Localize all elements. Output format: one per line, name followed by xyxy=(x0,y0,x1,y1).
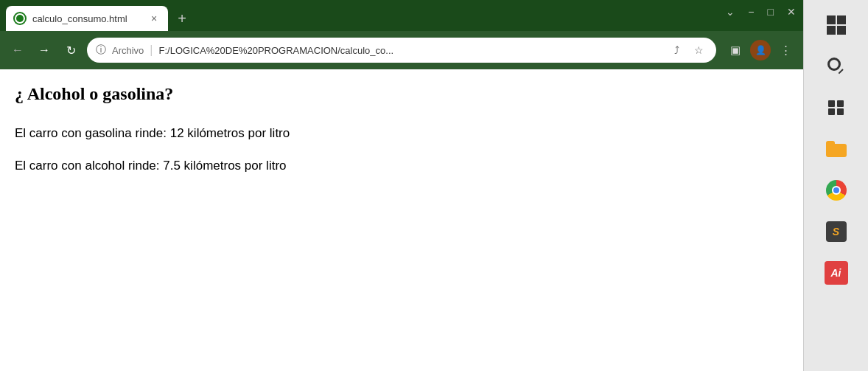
ai-button[interactable]: Ai xyxy=(819,255,854,291)
tab-favicon xyxy=(13,12,27,25)
close-button[interactable]: ✕ xyxy=(787,6,796,18)
sublime-text-button[interactable]: S xyxy=(819,214,854,249)
minimize-button[interactable]: − xyxy=(748,6,754,18)
url-bar[interactable]: ⓘ Archivo | F:/LOGICA%20DE%20PROGRAMACIO… xyxy=(87,38,716,63)
file-explorer-icon xyxy=(826,141,847,157)
source-label: Archivo xyxy=(112,45,144,56)
gasolina-paragraph: El carro con gasolina rinde: 12 kilómetr… xyxy=(15,126,788,141)
new-tab-button[interactable]: + xyxy=(171,7,193,30)
sidebar-toggle-icon[interactable]: ▣ xyxy=(725,40,746,60)
search-icon xyxy=(827,58,845,75)
tab-bar: calculo_consumo.html × + ⌄ − □ ✕ xyxy=(0,0,803,31)
windows-logo-icon xyxy=(827,15,846,35)
tab-close-button[interactable]: × xyxy=(147,12,161,25)
maximize-button[interactable]: □ xyxy=(768,6,774,18)
window-controls: ⌄ − □ ✕ xyxy=(726,6,796,18)
task-view-icon xyxy=(828,100,844,115)
ai-label: Ai xyxy=(831,267,841,279)
tab-title: calculo_consumo.html xyxy=(32,13,141,24)
url-text: F:/LOGICA%20DE%20PROGRAMACION/calculo_co… xyxy=(159,45,662,56)
url-actions: ⤴ ☆ xyxy=(668,41,707,59)
page-content: ¿ Alcohol o gasolina? El carro con gasol… xyxy=(0,69,803,371)
file-explorer-button[interactable] xyxy=(819,131,854,167)
forward-button[interactable]: → xyxy=(34,40,55,60)
active-tab[interactable]: calculo_consumo.html × xyxy=(6,6,168,31)
search-button[interactable] xyxy=(819,49,854,84)
browser-window: calculo_consumo.html × + ⌄ − □ ✕ ← → ↻ ⓘ… xyxy=(0,0,803,371)
info-icon: ⓘ xyxy=(96,44,106,57)
profile-avatar[interactable]: 👤 xyxy=(750,40,771,60)
chrome-button[interactable] xyxy=(819,173,854,208)
share-icon[interactable]: ⤴ xyxy=(668,41,685,59)
task-view-button[interactable] xyxy=(819,90,854,125)
taskbar-sidebar: S Ai xyxy=(803,0,868,371)
bar-actions: ▣ 👤 ⋮ xyxy=(725,40,796,60)
refresh-button[interactable]: ↻ xyxy=(60,40,81,60)
url-divider: | xyxy=(150,44,153,57)
windows-start-button[interactable] xyxy=(819,7,854,43)
chrome-icon xyxy=(826,180,847,201)
ai-icon: Ai xyxy=(825,261,848,285)
more-options-icon[interactable]: ⋮ xyxy=(775,40,796,60)
address-bar: ← → ↻ ⓘ Archivo | F:/LOGICA%20DE%20PROGR… xyxy=(0,31,803,69)
sublime-text-icon: S xyxy=(826,221,847,242)
page-heading: ¿ Alcohol o gasolina? xyxy=(15,84,788,104)
bookmark-icon[interactable]: ☆ xyxy=(690,41,707,59)
back-button[interactable]: ← xyxy=(7,40,28,60)
chevron-button[interactable]: ⌄ xyxy=(726,6,735,18)
alcohol-paragraph: El carro con alcohol rinde: 7.5 kilómetr… xyxy=(15,159,788,173)
